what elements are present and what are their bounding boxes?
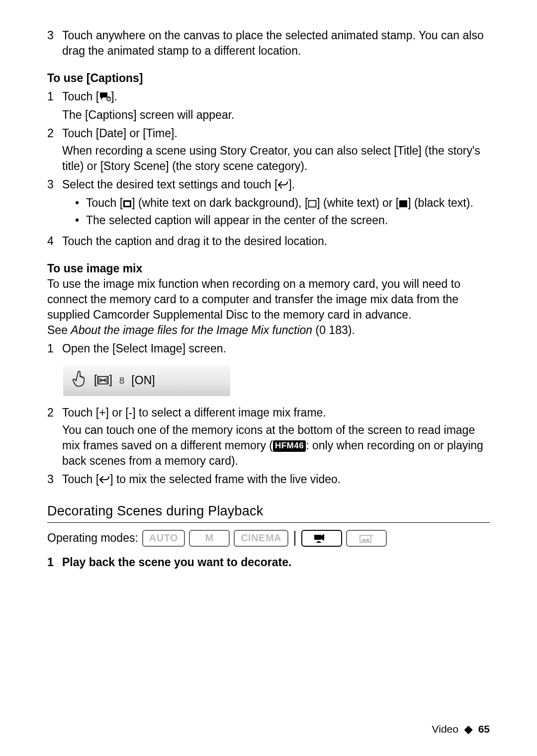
step-number: 3 <box>47 177 62 230</box>
list-item: 2 Touch [Date] or [Time]. When recording… <box>47 126 490 174</box>
page-footer: Video ◆ 65 <box>432 722 490 736</box>
step-text: Touch anywhere on the canvas to place th… <box>62 28 490 59</box>
heading-image-mix: To use image mix <box>47 261 490 276</box>
step-number: 1 <box>47 89 62 123</box>
step-sub: When recording a scene using Story Creat… <box>62 143 490 174</box>
imagemix-steps: 1 Open the [Select Image] screen. <box>47 341 490 356</box>
manual-page: 3 Touch anywhere on the canvas to place … <box>0 0 537 756</box>
imagemix-steps-2: 2 Touch [+] or [-] to select a different… <box>47 405 490 488</box>
footer-section: Video <box>432 723 458 735</box>
list-item: 1 Play back the scene you want to decora… <box>47 555 490 570</box>
text: ] (white text) or [ <box>317 196 399 209</box>
text: Touch [ <box>86 196 123 209</box>
list-item: 3 Select the desired text settings and t… <box>47 177 490 230</box>
list-item: 1 Open the [Select Image] screen. <box>47 341 490 356</box>
text: Touch [ <box>62 90 99 103</box>
modes-label: Operating modes: <box>47 530 138 546</box>
list-item: 1 Touch []. The [Captions] screen will a… <box>47 89 490 123</box>
svg-rect-3 <box>309 201 316 207</box>
step-number: 3 <box>47 472 62 488</box>
step-line: Touch [+] or [-] to select a different i… <box>62 406 326 419</box>
step-line: Touch [Date] or [Time]. <box>62 127 178 140</box>
captions-steps: 1 Touch []. The [Captions] screen will a… <box>47 89 490 249</box>
step-sub: The [Captions] screen will appear. <box>62 107 490 123</box>
image-mix-frame-icon <box>97 373 109 389</box>
step-line: Open the [Select Image] screen. <box>62 341 490 356</box>
model-tag: HFM46 <box>273 440 306 452</box>
see-line: See About the image files for the Image … <box>47 323 490 338</box>
step-body: Touch [] to mix the selected frame with … <box>62 472 490 488</box>
step-sub: You can touch one of the memory icons at… <box>62 422 490 469</box>
list-item: 3 Touch [] to mix the selected frame wit… <box>47 472 490 488</box>
text: Select the desired text settings and tou… <box>62 178 277 191</box>
mode-cinema: CINEMA <box>234 530 288 547</box>
white-on-dark-icon <box>123 196 132 212</box>
speech-bubble-icon <box>99 90 111 105</box>
playback-steps: 1 Play back the scene you want to decora… <box>47 555 490 570</box>
mode-movie-playback-icon <box>301 530 342 547</box>
footer-separator: ◆ <box>464 723 472 735</box>
black-text-icon <box>399 196 408 212</box>
svg-rect-6 <box>314 535 321 540</box>
list-item: 3 Touch anywhere on the canvas to place … <box>47 28 490 59</box>
operating-modes-row: Operating modes: AUTO M CINEMA <box>47 530 490 547</box>
svg-rect-2 <box>125 202 130 206</box>
svg-marker-7 <box>321 534 324 541</box>
touch-sequence-bar: [] 8 [ON] <box>63 365 230 396</box>
touch-hand-icon <box>72 370 87 391</box>
text: ]. <box>288 178 295 191</box>
text: [ON] <box>131 373 155 388</box>
step-number: 1 <box>47 341 62 356</box>
text: Touch [ <box>62 473 99 486</box>
mode-photo-playback-icon <box>346 530 387 547</box>
list-item: 4 Touch the caption and drag it to the d… <box>47 234 490 249</box>
step-number: 2 <box>47 126 62 174</box>
step-body: Touch []. The [Captions] screen will app… <box>62 89 490 123</box>
step-line: Play back the scene you want to decorate… <box>62 555 490 570</box>
page-number: 65 <box>478 723 490 735</box>
step-body: Select the desired text settings and tou… <box>62 177 490 230</box>
text: ]. <box>111 90 117 103</box>
sequence-separator: 8 <box>119 374 125 387</box>
mode-m: M <box>189 530 230 547</box>
bullet-list: Touch [] (white text on dark background)… <box>75 195 490 228</box>
bullet-item: Touch [] (white text on dark background)… <box>75 195 490 212</box>
step-number: 1 <box>47 555 62 570</box>
step-body: Touch [+] or [-] to select a different i… <box>62 405 490 469</box>
return-icon <box>277 178 288 193</box>
step-number: 2 <box>47 405 62 469</box>
text: [] <box>94 372 112 389</box>
heading-captions: To use [Captions] <box>47 71 490 86</box>
svg-marker-10 <box>372 534 374 536</box>
step-body: Touch [Date] or [Time]. When recording a… <box>62 126 490 174</box>
step-line: Touch the caption and drag it to the des… <box>62 234 490 249</box>
reference-title: About the image files for the Image Mix … <box>71 324 312 336</box>
heading-playback: Decorating Scenes during Playback <box>47 502 490 522</box>
stamp-step-list: 3 Touch anywhere on the canvas to place … <box>47 28 490 59</box>
text: ] to mix the selected frame with the liv… <box>110 473 341 486</box>
svg-marker-8 <box>316 541 322 543</box>
bracket: ] <box>109 373 112 386</box>
mode-auto: AUTO <box>142 530 185 547</box>
step-number: 3 <box>47 28 62 59</box>
svg-rect-4 <box>399 200 407 207</box>
text: ] (black text). <box>408 196 473 209</box>
white-text-icon <box>308 196 317 212</box>
text: (0 183). <box>312 324 355 336</box>
paragraph: To use the image mix function when recor… <box>47 276 490 323</box>
step-number: 4 <box>47 234 62 249</box>
list-item: 2 Touch [+] or [-] to select a different… <box>47 405 490 469</box>
bullet-item: The selected caption will appear in the … <box>75 213 490 228</box>
return-icon <box>99 473 110 488</box>
text: See <box>47 324 71 336</box>
mode-divider <box>294 531 295 546</box>
text: ] (white text on dark background), [ <box>132 196 308 209</box>
